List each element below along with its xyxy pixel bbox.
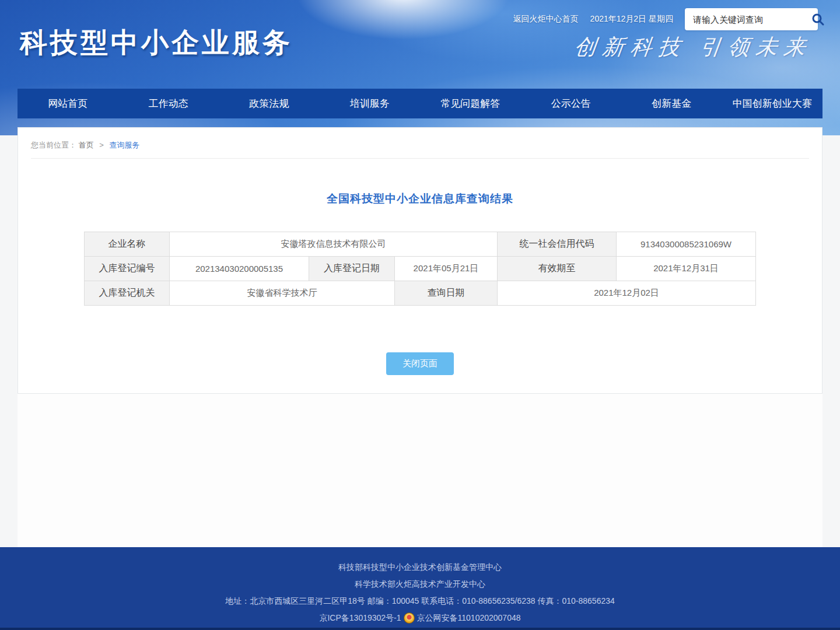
label-registration-date: 入库登记日期 <box>309 257 394 281</box>
page-title: 全国科技型中小企业信息库查询结果 <box>18 191 822 206</box>
footer-icp-line: 京ICP备13019302号-1京公网安备11010202007048 <box>0 610 840 626</box>
footer-contact-line: 地址：北京市西城区三里河二区甲18号 邮编：100045 联系电话：010-88… <box>0 593 840 610</box>
police-badge-icon <box>404 612 415 624</box>
value-registration-date: 2021年05月21日 <box>394 257 497 281</box>
search-icon[interactable] <box>810 12 825 27</box>
return-torch-home-link[interactable]: 返回火炬中心首页 <box>513 14 579 24</box>
close-page-button[interactable]: 关闭页面 <box>386 352 454 375</box>
content-panel: 您当前位置： 首页 > 查询服务 全国科技型中小企业信息库查询结果 企业名称 安… <box>18 127 822 394</box>
breadcrumb-home-link[interactable]: 首页 <box>79 141 94 149</box>
nav-item-policies[interactable]: 政策法规 <box>219 89 320 118</box>
value-credit-code: 91340300085231069W <box>617 232 756 257</box>
site-logo: 科技型中小企业服务 <box>20 24 293 61</box>
label-company-name: 企业名称 <box>84 232 169 257</box>
value-registration-authority: 安徽省科学技术厅 <box>169 281 394 306</box>
police-record-link[interactable]: 京公网安备11010202007048 <box>417 613 521 622</box>
table-row: 入库登记编号 202134030200005135 入库登记日期 2021年05… <box>84 257 755 281</box>
search-box <box>685 8 818 30</box>
nav-item-competition[interactable]: 中国创新创业大赛 <box>722 89 823 118</box>
value-query-date: 2021年12月02日 <box>498 281 756 306</box>
site-slogan: 创新科技 引领未来 <box>573 33 814 62</box>
site-footer: 科技部科技型中小企业技术创新基金管理中心 科学技术部火炬高技术产业开发中心 地址… <box>0 547 840 630</box>
nav-item-work-news[interactable]: 工作动态 <box>118 89 219 118</box>
footer-org-line1: 科技部科技型中小企业技术创新基金管理中心 <box>0 559 840 576</box>
nav-item-announcements[interactable]: 公示公告 <box>521 89 622 118</box>
footer-org-line2: 科学技术部火炬高技术产业开发中心 <box>0 576 840 593</box>
label-registration-number: 入库登记编号 <box>84 257 169 281</box>
site-header: 返回火炬中心首页 2021年12月2日 星期四 科技型中小企业服务 创新科技 引… <box>0 0 840 135</box>
icp-record-link[interactable]: 京ICP备13019302号-1 <box>319 613 401 622</box>
nav-item-innovation-fund[interactable]: 创新基金 <box>621 89 722 118</box>
label-registration-authority: 入库登记机关 <box>84 281 169 306</box>
value-registration-number: 202134030200005135 <box>169 257 309 281</box>
label-query-date: 查询日期 <box>394 281 497 306</box>
nav-item-home[interactable]: 网站首页 <box>18 89 118 118</box>
table-row: 企业名称 安徽塔孜信息技术有限公司 统一社会信用代码 9134030008523… <box>84 232 755 257</box>
query-result-table: 企业名称 安徽塔孜信息技术有限公司 统一社会信用代码 9134030008523… <box>84 232 756 306</box>
label-credit-code: 统一社会信用代码 <box>498 232 617 257</box>
breadcrumb-current-link[interactable]: 查询服务 <box>109 141 139 149</box>
label-valid-until: 有效期至 <box>498 257 617 281</box>
search-input[interactable] <box>692 14 810 25</box>
topbar: 返回火炬中心首页 2021年12月2日 星期四 <box>513 8 818 30</box>
value-valid-until: 2021年12月31日 <box>617 257 756 281</box>
nav-item-faq[interactable]: 常见问题解答 <box>420 89 521 118</box>
table-row: 入库登记机关 安徽省科学技术厅 查询日期 2021年12月02日 <box>84 281 755 306</box>
breadcrumb-separator: > <box>99 141 104 149</box>
content-extension <box>18 394 822 547</box>
breadcrumb-prefix: 您当前位置： <box>31 141 76 149</box>
value-company-name: 安徽塔孜信息技术有限公司 <box>169 232 497 257</box>
breadcrumb: 您当前位置： 首页 > 查询服务 <box>31 128 809 159</box>
nav-item-training[interactable]: 培训服务 <box>320 89 421 118</box>
current-date: 2021年12月2日 星期四 <box>590 14 673 24</box>
main-nav: 网站首页 工作动态 政策法规 培训服务 常见问题解答 公示公告 创新基金 中国创… <box>18 89 822 118</box>
